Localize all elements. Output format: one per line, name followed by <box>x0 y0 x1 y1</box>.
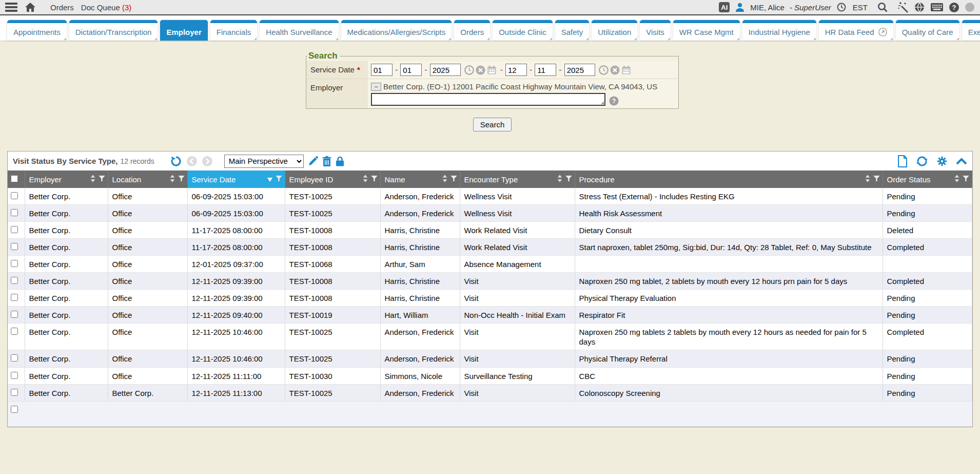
row-checkbox[interactable] <box>11 389 18 396</box>
filter-funnel-icon[interactable] <box>873 175 880 184</box>
sort-icon[interactable] <box>954 174 960 184</box>
filter-funnel-icon[interactable] <box>178 175 185 184</box>
column-label: Encounter Type <box>464 175 557 184</box>
date-from-year[interactable] <box>430 64 461 76</box>
date-from-clear-icon[interactable] <box>476 65 485 75</box>
filter-funnel-icon[interactable] <box>962 175 970 184</box>
employer-collapse-button[interactable]: − <box>371 83 381 91</box>
row-checkbox[interactable] <box>11 372 18 379</box>
breadcrumb-orders[interactable]: Orders <box>50 3 74 12</box>
tab-safety[interactable]: Safety <box>555 20 590 41</box>
filter-funnel-icon[interactable] <box>370 175 378 184</box>
sort-icon[interactable] <box>362 174 368 184</box>
tab-quality-of-care[interactable]: Quality of Care <box>896 20 959 41</box>
cell-encounter-type: Non-Occ Health - Initial Exam <box>460 307 575 324</box>
perspective-select[interactable]: Main Perspective <box>224 155 304 168</box>
cell-location: Office <box>108 256 187 273</box>
tab-orders[interactable]: Orders <box>454 20 490 41</box>
row-checkbox[interactable] <box>11 294 18 301</box>
tab-bar: AppointmentsDictation/TranscriptionEmplo… <box>0 15 980 41</box>
collapse-grid-icon[interactable] <box>956 157 967 165</box>
row-checkbox[interactable] <box>11 226 18 233</box>
tab-utilization[interactable]: Utilization <box>592 20 637 41</box>
filter-funnel-icon[interactable] <box>275 175 283 184</box>
cell-location: Office <box>108 290 187 307</box>
sort-icon[interactable] <box>267 175 273 184</box>
row-checkbox[interactable] <box>11 243 18 250</box>
row-checkbox[interactable] <box>11 311 18 318</box>
new-document-icon[interactable] <box>897 155 908 167</box>
footer-checkbox[interactable] <box>11 406 18 413</box>
date-to-time-icon[interactable] <box>599 65 609 75</box>
ai-badge[interactable]: AI <box>719 2 730 12</box>
clock-icon[interactable] <box>836 2 847 12</box>
breadcrumb-doc-queue[interactable]: Doc Queue <box>81 3 120 12</box>
date-to-day[interactable] <box>535 64 556 76</box>
row-checkbox[interactable] <box>11 354 18 362</box>
sort-icon[interactable] <box>442 174 448 184</box>
tab-hr-data-feed[interactable]: HR Data Feed <box>819 20 893 41</box>
footer-select-cell <box>8 401 25 426</box>
tab-dictation-transcription[interactable]: Dictation/Transcription <box>69 20 158 41</box>
cell-encounter-type: Work Related Visit <box>460 239 575 256</box>
row-checkbox[interactable] <box>11 260 18 267</box>
globe-phone-icon[interactable] <box>914 2 925 13</box>
keyboard-icon[interactable] <box>930 3 944 12</box>
row-checkbox[interactable] <box>11 328 18 335</box>
row-checkbox[interactable] <box>11 277 18 284</box>
column-header-encounter-type[interactable]: Encounter Type <box>460 170 575 188</box>
date-from-month[interactable] <box>371 64 393 76</box>
tab-wr-case-mgmt[interactable]: WR Case Mgmt <box>673 20 740 41</box>
sort-icon[interactable] <box>169 174 175 184</box>
date-to-month[interactable] <box>505 64 527 76</box>
help-icon[interactable]: ? <box>949 2 959 13</box>
row-checkbox[interactable] <box>11 209 18 216</box>
hamburger-menu-icon[interactable] <box>5 2 17 12</box>
delete-perspective-icon[interactable] <box>322 156 331 166</box>
column-header-procedure[interactable]: Procedure <box>575 170 883 188</box>
tab-visits[interactable]: Visits <box>640 20 671 41</box>
search-button[interactable]: Search <box>473 118 512 131</box>
column-header-location[interactable]: Location <box>108 170 187 188</box>
date-to-calendar-icon[interactable] <box>621 65 631 75</box>
column-header-service-date[interactable]: Service Date <box>187 170 285 188</box>
lock-perspective-icon[interactable] <box>336 156 344 166</box>
user-name[interactable]: MIE, Alice <box>750 3 785 12</box>
column-header-employee-id[interactable]: Employee ID <box>285 170 380 188</box>
service-date-fields: - - - - - <box>368 61 678 79</box>
sort-icon[interactable] <box>557 174 563 184</box>
date-from-day[interactable] <box>400 64 422 76</box>
refresh-icon[interactable] <box>916 155 928 167</box>
filter-funnel-icon[interactable] <box>565 175 573 184</box>
home-icon[interactable] <box>25 2 36 12</box>
employer-help-icon[interactable]: ? <box>609 96 619 106</box>
magic-wand-icon[interactable] <box>897 2 909 13</box>
settings-gear-icon[interactable] <box>936 156 948 167</box>
date-from-calendar-icon[interactable] <box>487 65 497 75</box>
column-header-employer[interactable]: Employer <box>25 170 108 188</box>
tab-appointments[interactable]: Appointments <box>7 20 67 41</box>
tab-health-surveillance[interactable]: Health Surveillance <box>260 20 338 41</box>
sort-icon[interactable] <box>90 174 96 184</box>
search-icon[interactable] <box>877 2 888 13</box>
edit-perspective-icon[interactable] <box>308 156 318 166</box>
tab-label: Health Surveillance <box>266 28 332 36</box>
tab-outside-clinic[interactable]: Outside Clinic <box>493 20 553 41</box>
undo-icon[interactable] <box>170 155 182 167</box>
date-from-time-icon[interactable] <box>464 65 474 75</box>
tab-financials[interactable]: Financials <box>210 20 258 41</box>
select-all-checkbox[interactable] <box>11 175 18 182</box>
tab-industrial-hygiene[interactable]: Industrial Hygiene <box>742 20 816 41</box>
tab-executive-dashboard[interactable]: Executive Dashboard <box>962 20 980 41</box>
employer-search-input[interactable] <box>371 93 605 106</box>
tab-employer[interactable]: Employer <box>160 20 207 41</box>
column-header-order-status[interactable]: Order Status <box>883 170 972 188</box>
filter-funnel-icon[interactable] <box>450 175 458 184</box>
date-to-year[interactable] <box>564 64 595 76</box>
row-checkbox[interactable] <box>11 192 18 199</box>
date-to-clear-icon[interactable] <box>610 65 620 75</box>
tab-medications-allergies-scripts[interactable]: Medications/Allergies/Scripts <box>341 20 452 41</box>
sort-icon[interactable] <box>865 174 871 184</box>
filter-funnel-icon[interactable] <box>98 175 106 184</box>
column-header-name[interactable]: Name <box>380 170 460 188</box>
